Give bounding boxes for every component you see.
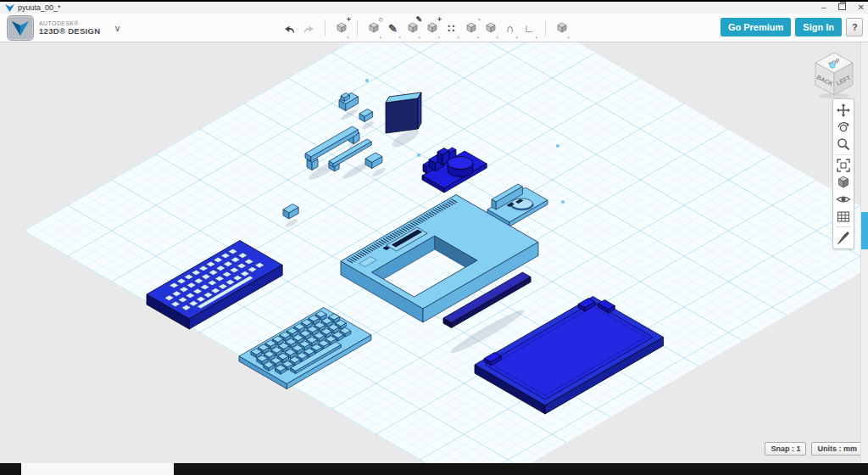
dropdown-caret-icon: ▾ xyxy=(535,35,537,40)
sign-in-button[interactable]: Sign In xyxy=(795,18,842,36)
toolbar-separator xyxy=(325,20,326,36)
units-setting[interactable]: Units : mm xyxy=(811,442,863,455)
autodesk-123d-logo xyxy=(7,15,34,41)
nav-separator xyxy=(836,226,851,227)
restore-icon xyxy=(838,3,846,10)
construct-icon[interactable]: ✎▾ xyxy=(403,17,422,39)
close-button[interactable]: ✕ xyxy=(858,3,865,13)
construct-icon-glyph: ✎ xyxy=(415,15,422,24)
viewport-canvas[interactable]: TOP BACK LEFT Snap : 1 Units : mm xyxy=(0,42,868,463)
navigation-toolbar xyxy=(832,98,854,249)
dropdown-caret-icon: ▾ xyxy=(437,35,440,40)
dropdown-caret-icon: ▾ xyxy=(418,35,420,40)
view-cube[interactable]: TOP BACK LEFT xyxy=(807,46,861,100)
toolbar-separator xyxy=(357,20,358,36)
restore-button[interactable] xyxy=(838,3,846,13)
dropdown-caret-icon: ▾ xyxy=(379,35,381,40)
view-cube-corner-dot[interactable] xyxy=(830,63,835,68)
visibility-icon[interactable] xyxy=(834,191,853,208)
main-menu-chevron-icon[interactable]: ∨ xyxy=(114,23,120,34)
pan-icon[interactable] xyxy=(834,102,853,119)
app-window: pyuuta_00_* – ✕ AUTODESK® 123D® DESIGN ∨… xyxy=(0,0,868,475)
brand-123d-design: 123D® DESIGN xyxy=(39,27,100,36)
nav-separator xyxy=(836,154,851,155)
sketch-icon[interactable]: ✎▾ xyxy=(383,17,403,39)
shaded-view-icon[interactable] xyxy=(834,174,853,191)
os-taskbar xyxy=(0,463,868,475)
pattern-icon[interactable]: ∷▾ xyxy=(442,17,461,39)
dropdown-caret-icon: ▾ xyxy=(496,35,498,40)
pattern-icon-glyph: ∷ xyxy=(448,22,454,35)
grid-settings-icon[interactable] xyxy=(834,208,853,225)
undo-icon[interactable] xyxy=(280,17,299,39)
measure-icon[interactable]: ∟▾ xyxy=(520,17,539,39)
go-premium-button[interactable]: Go Premium xyxy=(721,18,791,36)
taskbar-app-segment[interactable] xyxy=(21,463,174,475)
cartridge-door-plate[interactable] xyxy=(386,92,421,133)
dropdown-caret-icon: ▾ xyxy=(398,35,401,40)
brand-block: AUTODESK® 123D® DESIGN ∨ xyxy=(7,15,120,41)
snap-icon[interactable]: ∩▾ xyxy=(500,17,520,39)
help-button[interactable]: ? xyxy=(846,18,863,36)
dropdown-caret-icon: ▾ xyxy=(476,35,479,40)
minimize-button[interactable]: – xyxy=(821,3,826,13)
dropdown-caret-icon: ▾ xyxy=(567,35,570,40)
fit-icon[interactable] xyxy=(834,157,853,174)
transform-icon[interactable]: ○▾ xyxy=(364,17,383,39)
primitives-icon-glyph: + xyxy=(347,15,351,24)
sketch-icon-glyph: ✎ xyxy=(388,22,398,35)
zoom-icon[interactable] xyxy=(834,136,853,153)
primitives-icon[interactable]: +▾ xyxy=(331,17,351,39)
toolbar-separator xyxy=(545,20,546,36)
material-icon[interactable] xyxy=(834,229,853,246)
orbit-icon[interactable] xyxy=(834,119,853,136)
appbar: AUTODESK® 123D® DESIGN ∨ +▾○▾✎▾✎▾+▾∷▾◦▾▾… xyxy=(0,14,868,42)
dropdown-caret-icon: ▾ xyxy=(515,35,518,40)
snap-setting[interactable]: Snap : 1 xyxy=(765,442,806,455)
scrollbar-thumb[interactable] xyxy=(861,212,868,249)
snap-icon-glyph: ∩ xyxy=(506,22,514,35)
dropdown-caret-icon: ▾ xyxy=(457,35,459,40)
combine-icon[interactable]: ▾ xyxy=(481,17,500,39)
modify-icon[interactable]: +▾ xyxy=(422,17,442,39)
right-scrollbar[interactable] xyxy=(860,42,868,463)
window-title: pyuuta_00_* xyxy=(18,3,61,12)
grouping-icon[interactable]: ◦▾ xyxy=(461,17,481,39)
materials-icon[interactable]: ▾ xyxy=(552,17,571,39)
dropdown-caret-icon: ▾ xyxy=(347,35,349,40)
statusbar: Snap : 1 Units : mm xyxy=(765,442,863,455)
redo-icon[interactable] xyxy=(299,17,319,39)
titlebar: pyuuta_00_* – ✕ xyxy=(0,0,868,14)
main-toolbar: +▾○▾✎▾✎▾+▾∷▾◦▾▾∩▾∟▾▾ xyxy=(280,16,571,40)
measure-icon-glyph: ∟ xyxy=(524,22,535,35)
app-logo-icon xyxy=(5,4,14,12)
